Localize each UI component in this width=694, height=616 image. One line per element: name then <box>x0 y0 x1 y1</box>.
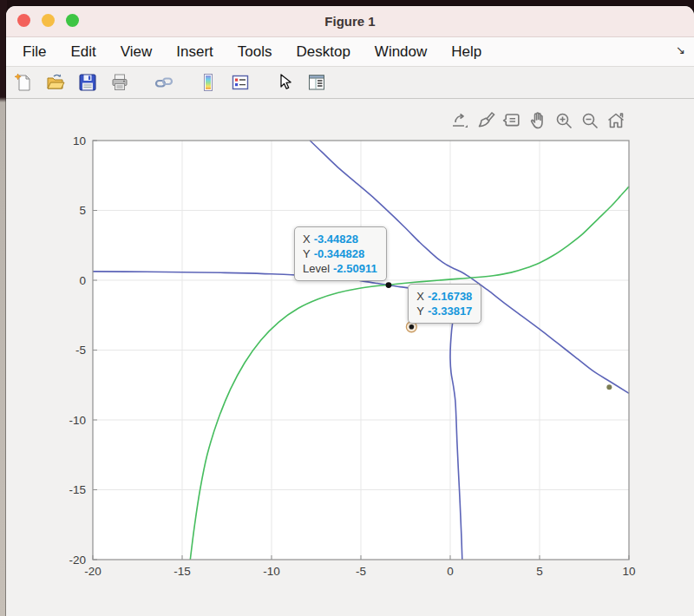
y-tick-label: -10 <box>69 414 86 427</box>
datatip-box[interactable]: X-3.44828Y-0.344828Level-2.50911 <box>294 226 387 281</box>
datatip-row: Y-0.344828 <box>303 246 377 261</box>
menu-item-view[interactable]: View <box>108 37 165 66</box>
export-button[interactable] <box>449 110 470 131</box>
y-tick-label: 0 <box>79 274 86 287</box>
datatip-marker-dot[interactable] <box>409 324 415 330</box>
x-tick-label: -5 <box>356 565 366 578</box>
y-tick-label: -20 <box>69 554 86 567</box>
x-tick-label: -15 <box>174 565 191 578</box>
traffic-lights <box>17 14 79 27</box>
property-inspector-button[interactable] <box>307 73 326 92</box>
x-tick-label: 5 <box>536 565 543 578</box>
insert-colorbar-button[interactable] <box>199 73 218 92</box>
main-toolbar <box>6 67 694 99</box>
x-tick-label: -10 <box>263 565 280 578</box>
y-tick-label: 5 <box>79 204 86 217</box>
print-figure-button[interactable] <box>110 73 129 92</box>
zoom-out-button[interactable] <box>579 110 600 131</box>
menu-item-insert[interactable]: Insert <box>164 37 226 66</box>
datatip-row: Level-2.50911 <box>303 261 377 276</box>
menu-item-file[interactable]: File <box>10 37 58 66</box>
menu-item-tools[interactable]: Tools <box>226 37 285 66</box>
restore-view-button[interactable] <box>606 110 626 131</box>
open-file-icon <box>46 73 65 92</box>
menu-bar: FileEditViewInsertToolsDesktopWindowHelp… <box>6 37 694 67</box>
x-tick-label: -20 <box>84 565 101 578</box>
y-tick-label: -5 <box>75 344 86 357</box>
figure-area: -20-15-10-50510-20-15-10-50510 X-3.44828… <box>6 99 694 616</box>
datatip-row: Y-3.33817 <box>416 304 472 318</box>
edit-plot-button[interactable] <box>275 73 294 92</box>
menu-item-window[interactable]: Window <box>363 37 439 66</box>
scatter-point[interactable] <box>606 384 612 390</box>
y-tick-label: -15 <box>69 483 86 496</box>
close-button[interactable] <box>17 14 30 27</box>
property-inspector-icon <box>307 73 326 92</box>
axes-toolbar <box>449 110 626 131</box>
menu-item-edit[interactable]: Edit <box>58 37 108 66</box>
minimize-button[interactable] <box>42 14 55 27</box>
x-tick-label: 10 <box>622 565 635 578</box>
link-plot-icon <box>154 73 174 92</box>
pan-button[interactable] <box>527 110 548 131</box>
figure-window: Figure 1 FileEditViewInsertToolsDesktopW… <box>6 6 694 616</box>
save-figure-icon <box>78 73 97 92</box>
plot-canvas[interactable]: -20-15-10-50510-20-15-10-50510 <box>6 99 694 616</box>
datatips-button[interactable] <box>501 110 522 131</box>
datatip-anchor-dot[interactable] <box>386 282 392 288</box>
menu-item-help[interactable]: Help <box>439 37 494 66</box>
new-figure-icon <box>14 73 33 92</box>
x-tick-label: 0 <box>447 565 454 578</box>
insert-colorbar-icon <box>199 73 218 92</box>
window-title: Figure 1 <box>6 6 694 36</box>
insert-legend-icon <box>231 73 250 92</box>
zoom-button[interactable] <box>66 14 79 27</box>
menu-item-desktop[interactable]: Desktop <box>284 37 362 66</box>
menu-overflow-arrow-icon[interactable]: ↘ <box>676 37 685 63</box>
datatip-row: X-3.44828 <box>303 232 377 246</box>
save-figure-button[interactable] <box>78 73 97 92</box>
print-figure-icon <box>110 73 129 92</box>
titlebar[interactable]: Figure 1 <box>6 6 694 37</box>
y-tick-label: 10 <box>73 134 86 147</box>
insert-legend-button[interactable] <box>231 73 250 92</box>
edit-plot-icon <box>275 73 294 92</box>
datatip-box[interactable]: X-2.16738Y-3.33817 <box>408 284 481 324</box>
link-plot-button[interactable] <box>154 73 174 92</box>
open-file-button[interactable] <box>46 73 65 92</box>
brush-button[interactable] <box>475 110 496 131</box>
new-figure-button[interactable] <box>14 73 33 92</box>
zoom-in-button[interactable] <box>553 110 574 131</box>
datatip-row: X-2.16738 <box>416 289 472 304</box>
